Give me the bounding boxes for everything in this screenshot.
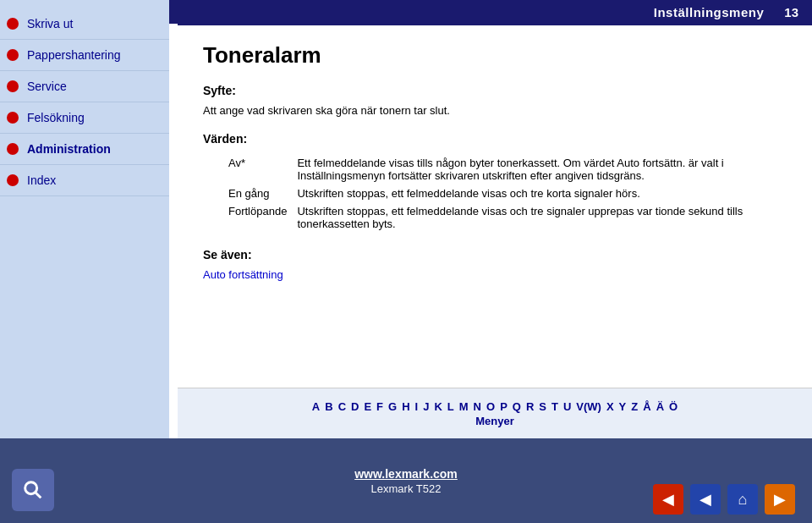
next-orange-button[interactable]: ▶ bbox=[765, 484, 795, 515]
index-letter-h[interactable]: H bbox=[402, 400, 409, 413]
footer-url[interactable]: www.lexmark.com bbox=[354, 467, 458, 481]
index-letter-å[interactable]: Å bbox=[643, 400, 650, 413]
index-letter-y[interactable]: Y bbox=[619, 400, 627, 413]
sidebar-dot-felsoekning bbox=[7, 112, 19, 124]
index-letter-o[interactable]: O bbox=[486, 400, 495, 413]
index-letter-b[interactable]: B bbox=[325, 400, 332, 413]
index-letter-m[interactable]: M bbox=[459, 400, 469, 413]
index-menus-label[interactable]: Menyer bbox=[475, 415, 514, 427]
svg-line-1 bbox=[36, 493, 41, 498]
svg-point-0 bbox=[25, 482, 37, 494]
prev-blue-button[interactable]: ◀ bbox=[690, 484, 721, 515]
index-letter-s[interactable]: S bbox=[539, 400, 546, 413]
sidebar-item-administration[interactable]: Administration bbox=[0, 134, 169, 165]
sidebar-label-pappershantering: Pappershantering bbox=[27, 48, 121, 62]
sidebar-label-felsoekning: Felsökning bbox=[27, 111, 85, 124]
sidebar-dot-index bbox=[7, 174, 19, 186]
index-letter-j[interactable]: J bbox=[423, 400, 429, 413]
index-letter-i[interactable]: I bbox=[415, 400, 419, 413]
values-term: En gång bbox=[203, 184, 292, 202]
see-also-link[interactable]: Auto fortsättning bbox=[203, 268, 283, 281]
index-letter-ö[interactable]: Ö bbox=[669, 400, 678, 413]
sidebar-item-felsoekning[interactable]: Felsökning bbox=[0, 102, 169, 134]
values-table: Av*Ett felmeddelande visas tills någon b… bbox=[203, 154, 787, 233]
header-title: Inställningsmeny bbox=[654, 5, 765, 19]
values-label: Värden: bbox=[203, 132, 787, 146]
index-letters: ABCDEFGHIJKLMNOPQRSTUV(W)XYZÅÄÖ bbox=[312, 400, 678, 413]
values-term: Fortlöpande bbox=[203, 202, 292, 233]
back-red-button[interactable]: ◀ bbox=[653, 484, 683, 515]
index-bar: ABCDEFGHIJKLMNOPQRSTUV(W)XYZÅÄÖ Menyer bbox=[178, 388, 812, 438]
sidebar-label-administration: Administration bbox=[27, 142, 111, 156]
footer-nav: ◀◀⌂▶ bbox=[653, 484, 795, 515]
index-letter-u[interactable]: U bbox=[563, 400, 571, 413]
sidebar-label-skriv-ut: Skriva ut bbox=[27, 17, 73, 30]
values-description: Ett felmeddelande visas tills någon byte… bbox=[292, 154, 787, 184]
sidebar-dot-administration bbox=[7, 143, 19, 155]
sidebar-item-skriv-ut[interactable]: Skriva ut bbox=[0, 8, 169, 40]
sidebar-item-index[interactable]: Index bbox=[0, 165, 169, 196]
index-letter-n[interactable]: N bbox=[474, 400, 481, 413]
index-letter-q[interactable]: Q bbox=[513, 400, 521, 413]
sidebar-label-service: Service bbox=[27, 80, 67, 93]
sidebar-dot-pappershantering bbox=[7, 49, 19, 61]
index-letter-f[interactable]: F bbox=[376, 400, 383, 413]
see-also-label: Se även: bbox=[203, 248, 787, 262]
index-letter-ä[interactable]: Ä bbox=[656, 400, 664, 413]
values-term: Av* bbox=[203, 154, 292, 184]
index-letter-p[interactable]: P bbox=[500, 400, 508, 413]
index-letter-c[interactable]: C bbox=[338, 400, 346, 413]
search-icon bbox=[21, 478, 45, 502]
index-letter-r[interactable]: R bbox=[526, 400, 534, 413]
sidebar-item-service[interactable]: Service bbox=[0, 71, 169, 102]
index-letter-t[interactable]: T bbox=[551, 400, 558, 413]
values-row: En gångUtskriften stoppas, ett felmeddel… bbox=[203, 184, 787, 202]
values-row: FortlöpandeUtskriften stoppas, ett felme… bbox=[203, 202, 787, 233]
values-description: Utskriften stoppas, ett felmeddelande vi… bbox=[292, 202, 787, 233]
home-button[interactable]: ⌂ bbox=[727, 484, 758, 515]
sidebar-dot-service bbox=[7, 80, 19, 92]
sidebar-item-pappershantering[interactable]: Pappershantering bbox=[0, 40, 169, 71]
sidebar: Skriva utPappershanteringServiceFelsökni… bbox=[0, 0, 169, 457]
index-letter-k[interactable]: K bbox=[434, 400, 442, 413]
values-description: Utskriften stoppas, ett felmeddelande vi… bbox=[292, 184, 787, 202]
index-letter-v(w)[interactable]: V(W) bbox=[576, 400, 601, 413]
sidebar-dot-skriv-ut bbox=[7, 18, 19, 30]
purpose-label: Syfte: bbox=[203, 84, 787, 97]
purpose-text: Att ange vad skrivaren ska göra när tone… bbox=[203, 104, 787, 117]
page-title: Toneralarm bbox=[203, 42, 787, 69]
index-letter-z[interactable]: Z bbox=[631, 400, 638, 413]
index-letter-a[interactable]: A bbox=[312, 400, 320, 413]
index-letter-e[interactable]: E bbox=[364, 400, 371, 413]
index-letter-l[interactable]: L bbox=[447, 400, 454, 413]
search-button[interactable] bbox=[12, 469, 54, 511]
main-content: Toneralarm Syfte: Att ange vad skrivaren… bbox=[178, 25, 812, 438]
index-letter-g[interactable]: G bbox=[388, 400, 397, 413]
values-row: Av*Ett felmeddelande visas tills någon b… bbox=[203, 154, 787, 184]
footer-model: Lexmark T522 bbox=[371, 482, 442, 495]
index-letter-d[interactable]: D bbox=[351, 400, 359, 413]
header-page-number: 13 bbox=[784, 5, 798, 19]
sidebar-label-index: Index bbox=[27, 173, 56, 187]
index-letter-x[interactable]: X bbox=[606, 400, 614, 413]
